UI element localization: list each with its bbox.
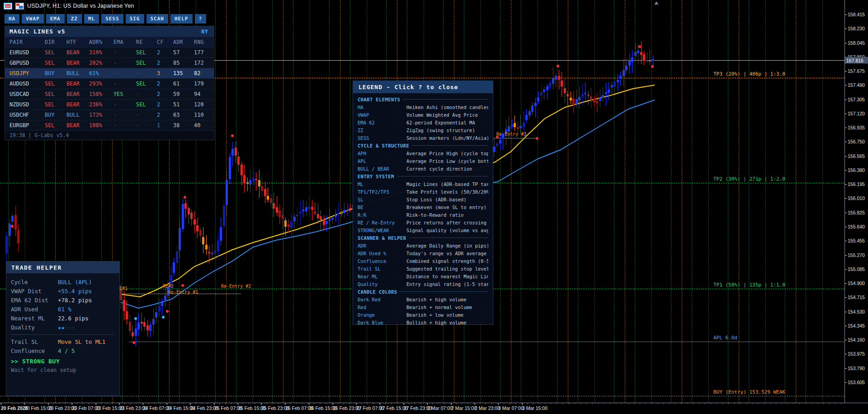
toolbar-button-help[interactable]: HELP (170, 14, 193, 24)
candle-body (129, 322, 131, 331)
price-label: 153.975 (848, 351, 865, 357)
candle-body (508, 126, 510, 132)
candle-body (593, 99, 595, 102)
candle-body (123, 300, 125, 310)
toolbar-button-sig[interactable]: SIG (126, 14, 144, 24)
signal-dot-red (651, 65, 654, 68)
price-label: 157.490 (848, 82, 865, 88)
candle-body (566, 94, 569, 96)
candle-body (305, 207, 307, 211)
scanner-row-usdjpy[interactable]: USDJPYBUYBULL61%--313582 (5, 68, 214, 78)
toolbar-button-zz[interactable]: ZZ (67, 14, 82, 24)
legend-item: RE / Re-EntryPrice returns after crossin… (358, 219, 488, 226)
candle-wick (576, 90, 577, 108)
time-minor-tick (533, 403, 533, 404)
candle-body (229, 157, 231, 179)
candle-body (217, 241, 219, 251)
candle-body (296, 214, 298, 216)
time-minor-tick (480, 403, 480, 404)
time-tick (475, 403, 475, 405)
time-label: 3 Mar 07:00 (498, 405, 524, 411)
legend-description: Suggested trailing stop level (406, 266, 488, 271)
time-minor-tick (89, 403, 89, 404)
scanner-cell: SEL (136, 60, 157, 66)
candle-body (235, 148, 237, 156)
toolbar-button-ema[interactable]: EMA (46, 14, 65, 24)
legend-term: HA (358, 105, 406, 110)
candle-body (531, 105, 533, 112)
price-label: 154.530 (848, 309, 865, 314)
candle-body (581, 94, 584, 96)
legend-item: MLMagic Lines (ADR-based TP targets) (358, 180, 488, 188)
candle-body (252, 178, 255, 181)
scanner-row-nzdusd[interactable]: NZDUSDSELBEAR236%-SEL251120 (5, 99, 214, 109)
candle-body (290, 222, 292, 228)
candle-body (146, 325, 149, 330)
toolbar-button-scan[interactable]: SCAN (146, 14, 169, 24)
candle-wick (312, 200, 312, 220)
candle-body (158, 306, 160, 312)
legend-description: 62-period Exponential MA (406, 120, 475, 125)
toolbar-button-help-toggle[interactable]: ? (195, 14, 207, 24)
time-tick (72, 403, 72, 405)
time-minor-tick (829, 403, 830, 404)
toolbar-button-ha[interactable]: HA (5, 14, 19, 24)
scanner-row-eurgbp[interactable]: EURGBPSELBEAR108%--13840 (5, 120, 214, 130)
helper-value: ★★☆☆☆ (58, 324, 75, 331)
candle-wick (497, 141, 497, 154)
candle-wick (185, 200, 186, 218)
scanner-cell: 3 (157, 70, 173, 76)
scanner-row-usdcad[interactable]: USDCADSELBEAR158%YES-25994 (5, 89, 214, 99)
time-minor-tick (586, 403, 587, 404)
time-tick (238, 403, 238, 405)
scanner-row-gbpusd[interactable]: GBPUSDSELBEAR202%-SEL285172 (5, 57, 214, 68)
candle-body (282, 215, 284, 219)
time-label: 2 Mar 07:00 (427, 405, 453, 411)
time-minor-tick (243, 403, 243, 404)
scanner-cell: 310% (89, 49, 113, 56)
legend-description: Signal quality (volume vs avg) (406, 228, 488, 233)
time-minor-tick (687, 403, 688, 404)
candle-body (220, 227, 222, 241)
scanner-cell: - (136, 91, 157, 97)
candle-wick (209, 246, 209, 263)
legend-term: ZZ (358, 128, 406, 133)
time-minor-tick (616, 403, 616, 404)
candle-body (308, 206, 310, 209)
legend-description: Heiken Ashi (smoothed candles) (406, 105, 488, 110)
price-tick (845, 100, 847, 100)
price-tick (845, 128, 847, 128)
candle-body (199, 230, 202, 236)
signal-dot-red (496, 136, 499, 138)
price-tick (845, 29, 847, 29)
scanner-cell: EURUSD (9, 49, 45, 56)
candle-wick (650, 50, 650, 64)
time-label: 2 Mar 23:00 (475, 405, 500, 411)
legend-description: Breakeven (move SL to entry) (406, 205, 486, 210)
toolbar-button-ml[interactable]: ML (84, 14, 99, 24)
time-minor-tick (95, 403, 95, 404)
toolbar-button-sess[interactable]: SESS (101, 14, 123, 24)
toolbar-button-vwap[interactable]: VWAP (22, 14, 44, 24)
legend-title-bar[interactable]: LEGEND - Click ? to close (353, 81, 493, 93)
time-minor-tick (415, 403, 415, 404)
legend-item: Trail SLSuggested trailing stop level (358, 265, 488, 272)
legend-term: Dark Blue (358, 320, 406, 325)
time-minor-tick (539, 403, 539, 404)
candle-body (511, 125, 513, 126)
time-minor-tick (509, 403, 510, 404)
legend-section-header: SCANNER & HELPER (358, 234, 488, 242)
candle-body (17, 230, 19, 243)
scanner-row-usdchf[interactable]: USDCHFBUYBULL173%--263110 (5, 109, 214, 120)
scanner-row-audusd[interactable]: AUDUSDSELBEAR293%-SEL261179 (5, 78, 214, 89)
column-header: ADR (173, 39, 194, 45)
time-minor-tick (160, 403, 160, 404)
scanner-cell: 85 (173, 60, 194, 66)
time-minor-tick (444, 403, 445, 404)
helper-value: 22.6 pips (58, 315, 89, 322)
candle-wick (585, 82, 585, 100)
price-label: 158.045 (848, 40, 865, 46)
scanner-row-eurusd[interactable]: EURUSDSELBEAR310%-SEL257177 (5, 47, 214, 57)
candle-body (493, 147, 495, 152)
price-label: 154.160 (848, 337, 865, 343)
